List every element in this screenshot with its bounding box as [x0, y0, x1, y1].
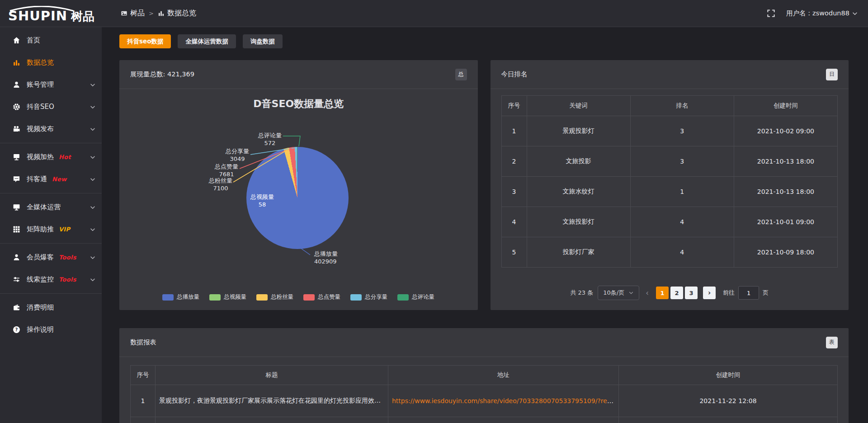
tab-inquiry-data[interactable]: 询盘数据 — [243, 34, 283, 48]
member-icon — [13, 254, 20, 261]
pie-label-share: 总分享量 3049 — [219, 147, 255, 163]
table-cell: 4 — [630, 207, 734, 237]
goto-page-input[interactable]: 1 — [738, 286, 759, 300]
report-panel-title: 数据报表 — [130, 338, 156, 347]
table-cell: 文旅投影 — [527, 146, 630, 177]
prev-page-button[interactable]: ‹ — [644, 288, 651, 297]
sidebar-item-label: 首页 — [27, 36, 40, 45]
sidebar-divider — [0, 293, 102, 294]
table-cell: 景观投影灯，夜游景观投影灯厂家展示展示落花灯在花园里的灯光投影应用效果 #... — [156, 385, 388, 417]
breadcrumb-item-current[interactable]: 数据总览 — [158, 9, 196, 18]
table-cell: 5 — [501, 237, 527, 268]
page-button-3[interactable]: 3 — [685, 287, 698, 299]
table-cell: 2021-10-02 09:00 — [734, 116, 837, 146]
legend-item[interactable]: 总分享量 — [350, 293, 387, 301]
table-row: 1景观投影灯，夜游景观投影灯厂家展示展示落花灯在花园里的灯光投影应用效果 #..… — [131, 385, 838, 417]
breadcrumb-item-home[interactable]: 树品 — [121, 9, 145, 18]
sidebar-item-operation-guide[interactable]: ?操作说明 — [0, 319, 102, 341]
column-header: 关键词 — [527, 96, 630, 116]
ranking-panel: 今日排名 日 序号关键词排名创建时间1景观投影灯32021-10-02 09:0… — [491, 60, 849, 310]
sidebar-item-label: 账号管理 — [27, 80, 54, 89]
goto-page: 前往 1 页 — [723, 286, 769, 300]
sidebar-item-doukertong[interactable]: 抖客通New — [0, 168, 102, 190]
sidebar-divider — [0, 243, 102, 244]
legend-item[interactable]: 总播放量 — [162, 293, 199, 301]
column-header: 序号 — [501, 96, 527, 116]
table-cell: 景观投影灯 — [527, 116, 630, 146]
sidebar-item-consume-detail[interactable]: 消费明细 — [0, 296, 102, 319]
day-badge-button[interactable]: 日 — [826, 69, 838, 80]
username-label: 用户名：zswodun88 — [786, 9, 849, 18]
page-size-select[interactable]: 10条/页 — [598, 286, 639, 300]
chevron-down-icon — [90, 126, 96, 132]
sidebar-item-clue-monitor[interactable]: 线索监控Tools — [0, 268, 102, 291]
legend-item[interactable]: 总视频量 — [209, 293, 246, 301]
sidebar-item-video-heating[interactable]: 视频加热Hot — [0, 146, 102, 168]
next-page-button[interactable]: › — [703, 287, 716, 299]
table-cell — [156, 417, 388, 423]
monitor-icon — [13, 203, 20, 211]
table-cell: 3 — [630, 116, 734, 146]
tab-douyin-seo-data[interactable]: 抖音seo数据 — [119, 34, 171, 48]
ranking-panel-title: 今日排名 — [501, 70, 528, 79]
chevron-down-icon — [90, 254, 96, 261]
overview-panel: 展现量总数: 421,369 总 D音SEO数据量总览 总评论量 — [119, 60, 478, 310]
table-cell: 3 — [501, 177, 527, 207]
comment-icon — [13, 175, 20, 183]
sidebar-item-data-overview[interactable]: 数据总览 — [0, 52, 102, 74]
sidebar-item-label: 视频发布 — [27, 125, 54, 133]
pie-label-plays: 总播放量 402909 — [314, 250, 364, 265]
sidebar-divider — [0, 193, 102, 193]
chevron-down-icon — [90, 176, 96, 183]
legend-item[interactable]: 总粉丝量 — [256, 293, 293, 301]
total-count-label: 共 23 条 — [570, 289, 593, 297]
sidebar-item-account-manage[interactable]: 账号管理 — [0, 74, 102, 96]
chevron-down-icon — [90, 226, 96, 233]
legend-item[interactable]: 总点赞量 — [303, 293, 340, 301]
user-menu[interactable]: 用户名：zswodun88 — [786, 9, 858, 18]
sidebar-item-home[interactable]: 首页 — [0, 29, 102, 52]
goto-suffix: 页 — [763, 289, 769, 297]
page-button-1[interactable]: 1 — [656, 287, 669, 299]
chevron-down-icon — [628, 290, 634, 296]
total-badge-button[interactable]: 总 — [455, 69, 467, 80]
table-cell: 2021-10-01 09:00 — [734, 207, 837, 237]
gear-icon — [13, 103, 20, 111]
question-icon: ? — [13, 326, 20, 334]
grid-icon — [13, 226, 20, 233]
sidebar-item-matrix-boost[interactable]: 矩阵助推VIP — [0, 218, 102, 240]
sidebar: 首页数据总览账号管理抖音SEO视频发布视频加热Hot抖客通New全媒体运营矩阵助… — [0, 27, 102, 423]
table-cell: 2021-10-13 18:00 — [734, 177, 837, 207]
column-header: 创建时间 — [619, 366, 838, 385]
sidebar-item-member-baoke[interactable]: 会员爆客Tools — [0, 246, 102, 268]
sidebar-item-video-publish[interactable]: 视频发布 — [0, 118, 102, 140]
pie-label-fans: 总粉丝量 7100 — [203, 177, 239, 192]
ranking-panel-header: 今日排名 日 — [491, 60, 849, 89]
table-cell: 文旅水纹灯 — [527, 177, 630, 207]
sidebar-item-douyin-seo[interactable]: 抖音SEO — [0, 96, 102, 118]
legend-swatch — [256, 294, 268, 301]
logo-arc-icon — [8, 6, 75, 11]
pie-label-comments: 总评论量 572 — [252, 132, 288, 147]
table-row: 3文旅水纹灯12021-10-13 18:00 — [501, 177, 838, 207]
legend-label: 总点赞量 — [318, 293, 340, 301]
sidebar-item-label: 全媒体运营 — [27, 203, 61, 212]
seo-pie-chart: D音SEO数据量总览 总评论量 572 总分享量 — [119, 89, 478, 310]
goto-label: 前往 — [723, 289, 735, 297]
table-cell: 2 — [501, 146, 527, 177]
legend-item[interactable]: 总评论量 — [397, 293, 434, 301]
page-button-2[interactable]: 2 — [670, 287, 683, 299]
legend-label: 总评论量 — [412, 293, 434, 301]
pie-label-like: 总点赞量 7681 — [208, 163, 245, 178]
fullscreen-icon[interactable] — [767, 9, 775, 18]
table-cell: 1 — [131, 385, 156, 417]
sidebar-item-media-operation[interactable]: 全媒体运营 — [0, 196, 102, 218]
sidebar-item-badge: Hot — [59, 154, 71, 160]
table-row: 1景观投影灯32021-10-02 09:00 — [501, 116, 838, 146]
table-cell: 1 — [630, 177, 734, 207]
table-badge-button[interactable]: 表 — [826, 337, 838, 348]
tab-media-operation-data[interactable]: 全媒体运营数据 — [178, 34, 236, 48]
top-row: 展现量总数: 421,369 总 D音SEO数据量总览 总评论量 — [119, 60, 849, 310]
video-link[interactable]: https://www.iesdouyin.com/share/video/70… — [392, 397, 619, 404]
legend-swatch — [303, 294, 315, 301]
